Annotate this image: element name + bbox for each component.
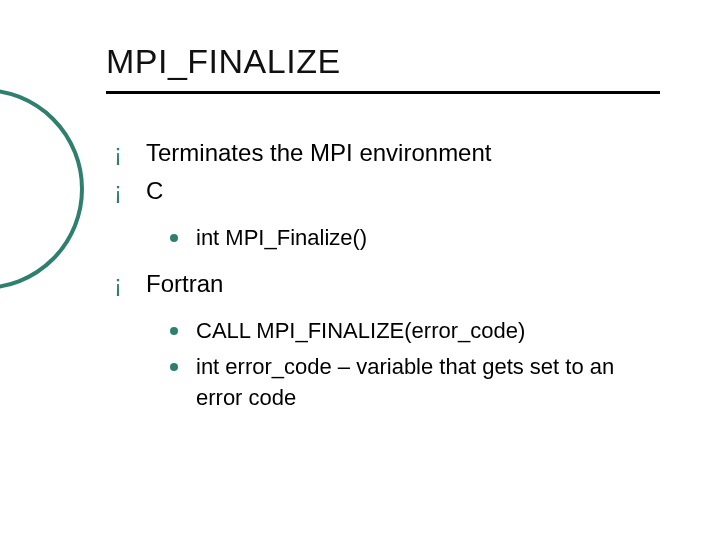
bullet-text: int MPI_Finalize() xyxy=(196,225,367,250)
bullet-text: C xyxy=(146,177,163,204)
bullet-text: Fortran xyxy=(146,270,223,297)
title-underline xyxy=(106,91,660,94)
content-area: Terminates the MPI environment C int MPI… xyxy=(114,136,660,413)
list-item: Terminates the MPI environment xyxy=(114,136,660,170)
list-item: Fortran CALL MPI_FINALIZE(error_code) in… xyxy=(114,267,660,413)
bullet-text: Terminates the MPI environment xyxy=(146,139,491,166)
title-block: MPI_FINALIZE xyxy=(106,42,660,94)
page-title: MPI_FINALIZE xyxy=(106,42,660,81)
slide: MPI_FINALIZE Terminates the MPI environm… xyxy=(0,0,720,540)
list-item: C int MPI_Finalize() xyxy=(114,174,660,253)
bullet-text: CALL MPI_FINALIZE(error_code) xyxy=(196,318,525,343)
bullet-list: Terminates the MPI environment C int MPI… xyxy=(114,136,660,413)
sub-bullet-list: CALL MPI_FINALIZE(error_code) int error_… xyxy=(166,315,660,413)
decorative-circle xyxy=(0,88,84,290)
list-item: int MPI_Finalize() xyxy=(166,222,660,253)
list-item: int error_code – variable that gets set … xyxy=(166,351,660,413)
sub-bullet-list: int MPI_Finalize() xyxy=(166,222,660,253)
list-item: CALL MPI_FINALIZE(error_code) xyxy=(166,315,660,346)
bullet-text: int error_code – variable that gets set … xyxy=(196,354,614,410)
